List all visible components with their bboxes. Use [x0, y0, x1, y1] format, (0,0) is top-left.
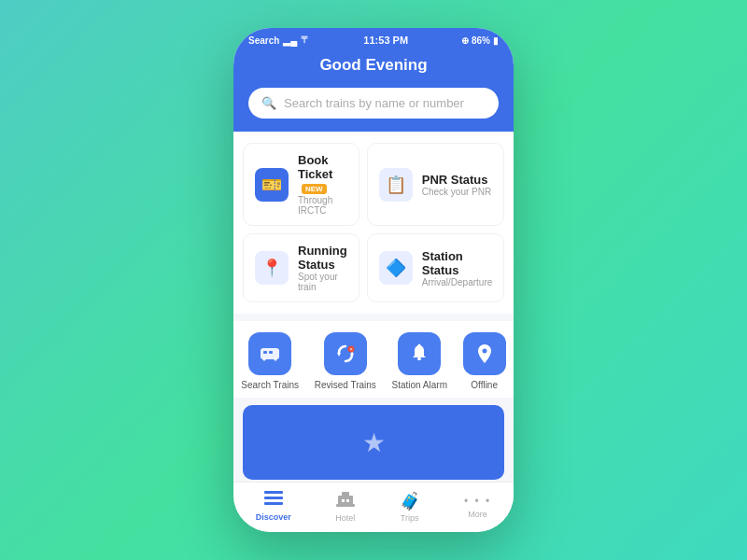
book-ticket-icon: 🎫: [255, 168, 289, 202]
svg-marker-5: [337, 353, 341, 357]
station-alarm-icon-bg: [398, 332, 441, 375]
new-badge: NEW: [302, 184, 327, 194]
search-trains-svg: [259, 343, 281, 365]
wifi-icon: 〒: [301, 34, 310, 47]
discover-label: Discover: [256, 512, 291, 522]
app-header: Good Evening: [233, 50, 514, 88]
revised-trains-icon-bg: ✕: [324, 332, 367, 375]
trips-icon: 🧳: [400, 491, 420, 511]
search-trains-icon-bg: [248, 332, 291, 375]
nav-trips[interactable]: 🧳 Trips: [400, 491, 420, 523]
revised-trains-label: Revised Trains: [315, 380, 376, 390]
running-status-card[interactable]: 📍 Running Status Spot your train: [243, 233, 359, 302]
svg-rect-14: [264, 502, 283, 505]
svg-rect-18: [342, 492, 349, 497]
shortcut-station-alarm[interactable]: Station Alarm: [391, 332, 446, 390]
greeting-text: Good Evening: [248, 56, 499, 75]
book-ticket-title: Book Ticket NEW: [298, 153, 347, 195]
status-right: ⊕ 86% ▮: [461, 35, 499, 46]
station-status-title: Station Status: [422, 249, 493, 277]
svg-point-10: [418, 344, 421, 347]
signal-icon: ▂▄: [283, 35, 297, 46]
svg-rect-19: [336, 504, 355, 507]
pnr-status-icon: 📋: [379, 168, 413, 202]
svg-rect-17: [346, 499, 349, 502]
offline-svg: [473, 343, 496, 365]
more-label: More: [468, 510, 487, 519]
hotel-label: Hotel: [335, 513, 355, 523]
station-status-text: Station Status Arrival/Departure: [422, 249, 493, 287]
banner-star-icon: ★: [362, 427, 386, 458]
svg-point-11: [482, 349, 486, 354]
promo-banner[interactable]: ★: [243, 405, 504, 480]
shortcut-revised-trains[interactable]: ✕ Revised Trains: [315, 332, 376, 390]
station-alarm-svg: [408, 343, 430, 365]
station-alarm-label: Station Alarm: [391, 380, 446, 390]
nav-discover[interactable]: Discover: [256, 491, 291, 522]
battery-icon: ▮: [493, 35, 499, 46]
search-bar[interactable]: 🔍 Search trains by name or number: [248, 88, 499, 119]
pnr-status-title: PNR Status: [422, 173, 491, 187]
nav-more[interactable]: • • • More: [464, 495, 491, 519]
revised-trains-svg: ✕: [334, 343, 357, 365]
status-bar: Search ▂▄ 〒 11:53 PM ⊕ 86% ▮: [233, 28, 514, 50]
running-status-subtitle: Spot your train: [298, 272, 347, 292]
search-trains-label: Search Trains: [241, 380, 299, 390]
svg-text:✕: ✕: [349, 346, 353, 352]
running-status-title: Running Status: [298, 244, 347, 272]
pnr-status-subtitle: Check your PNR: [422, 187, 491, 197]
pnr-status-text: PNR Status Check your PNR: [422, 173, 491, 197]
station-status-subtitle: Arrival/Departure: [422, 277, 493, 287]
svg-rect-16: [342, 499, 345, 502]
content-area: 🎫 Book Ticket NEW Through IRCTC 📋 PNR St…: [233, 132, 514, 482]
book-ticket-text: Book Ticket NEW Through IRCTC: [298, 153, 347, 216]
shortcuts-row: Search Trains ✕ Revised Trains: [233, 321, 514, 398]
status-left: Search ▂▄ 〒: [248, 34, 310, 47]
pnr-status-card[interactable]: 📋 PNR Status Check your PNR: [367, 143, 505, 226]
search-icon: 🔍: [261, 96, 276, 110]
book-ticket-subtitle: Through IRCTC: [298, 195, 347, 216]
phone-frame: Search ▂▄ 〒 11:53 PM ⊕ 86% ▮ Good Evenin…: [233, 28, 514, 532]
book-ticket-card[interactable]: 🎫 Book Ticket NEW Through IRCTC: [243, 143, 359, 226]
svg-rect-13: [264, 497, 283, 499]
station-status-icon: 🔷: [379, 251, 413, 285]
offline-label: Offline: [471, 380, 498, 390]
search-input-placeholder: Search trains by name or number: [284, 96, 464, 110]
status-search-label: Search: [248, 35, 279, 46]
hotel-icon: [336, 490, 355, 511]
status-time: 11:53 PM: [363, 35, 408, 46]
discover-icon: [264, 491, 283, 511]
quick-actions-grid: 🎫 Book Ticket NEW Through IRCTC 📋 PNR St…: [233, 132, 514, 314]
nav-hotel[interactable]: Hotel: [335, 490, 355, 523]
svg-rect-1: [263, 351, 267, 354]
svg-rect-12: [264, 491, 283, 494]
station-status-card[interactable]: 🔷 Station Status Arrival/Departure: [367, 233, 505, 302]
more-icon: • • •: [464, 495, 491, 508]
offline-icon-bg: [463, 332, 506, 375]
svg-point-4: [275, 358, 277, 361]
search-wrapper: 🔍 Search trains by name or number: [233, 88, 514, 132]
location-icon: ⊕: [461, 35, 469, 46]
battery-level: 86%: [472, 35, 490, 46]
trips-label: Trips: [401, 513, 419, 523]
svg-rect-9: [417, 357, 421, 360]
svg-rect-2: [269, 351, 273, 354]
svg-point-3: [263, 358, 266, 361]
shortcut-offline[interactable]: Offline: [463, 332, 506, 390]
shortcut-search-trains[interactable]: Search Trains: [241, 332, 299, 390]
running-status-text: Running Status Spot your train: [298, 244, 347, 292]
bottom-nav: Discover Hotel 🧳 Trips • • • More: [233, 482, 514, 532]
running-status-icon: 📍: [255, 251, 289, 285]
